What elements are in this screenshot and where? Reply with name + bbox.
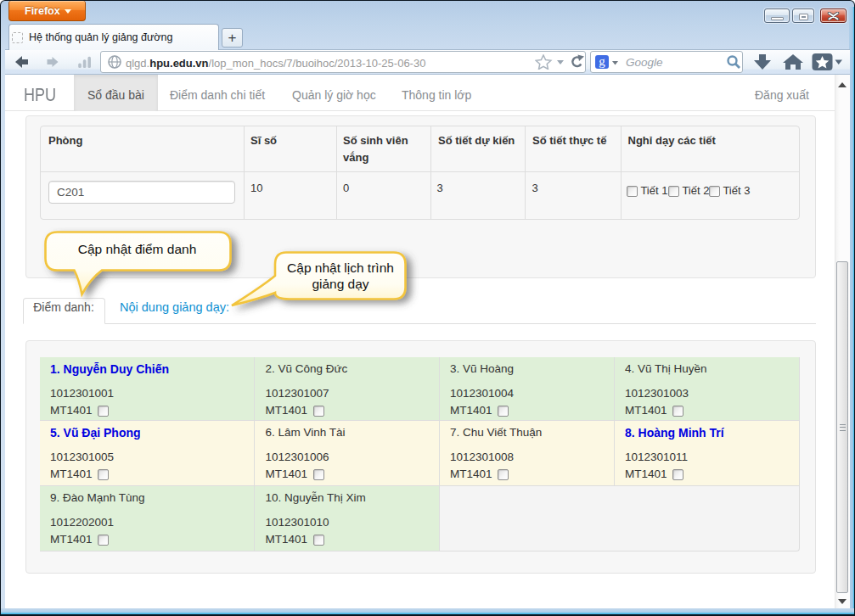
svg-text:Cập nhật lịch trình: Cập nhật lịch trình <box>287 260 394 275</box>
svg-text:Cập nhật điểm danh: Cập nhật điểm danh <box>78 242 197 256</box>
svg-text:giảng dạy: giảng dạy <box>312 277 368 291</box>
